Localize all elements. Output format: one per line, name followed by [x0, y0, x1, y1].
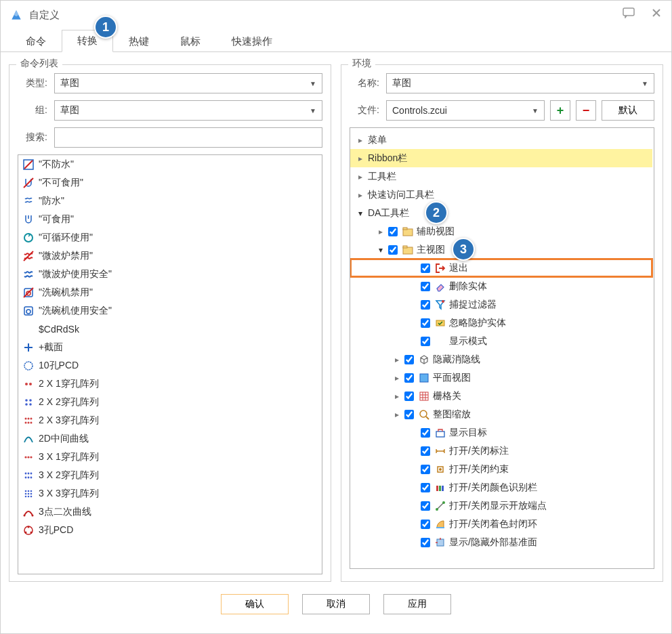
tree-item[interactable]: 显示模式 [350, 332, 652, 350]
search-input[interactable] [54, 127, 322, 148]
list-item[interactable]: "不可食用" [18, 173, 320, 192]
tree-checkbox[interactable] [404, 373, 414, 383]
tree-checkbox[interactable] [388, 245, 398, 255]
chevron-right-icon[interactable]: ▸ [356, 154, 365, 163]
annotation-3: 3 [452, 238, 475, 261]
tree-item[interactable]: 删除实体 [350, 277, 652, 295]
conic-icon [22, 506, 35, 518]
command-list[interactable]: "不防水""不可食用""防水""可食用""可循环使用""微波炉禁用""微波炉使用… [18, 154, 322, 574]
tree-item[interactable]: ▸快速访问工具栏 [350, 186, 652, 204]
ok-button[interactable]: 确认 [221, 594, 289, 614]
remove-file-button[interactable]: − [576, 100, 596, 121]
tree-checkbox[interactable] [421, 300, 430, 310]
tree-item[interactable]: ▸工具栏 [350, 167, 652, 186]
tree-item[interactable]: 打开/关闭约束 [350, 460, 652, 478]
list-item[interactable]: 2D中间曲线 [18, 429, 320, 448]
plus-section-icon [22, 341, 35, 354]
list-item[interactable]: "可食用" [18, 210, 320, 228]
tree-checkbox[interactable] [421, 337, 430, 346]
list-item[interactable]: "微波炉使用安全" [18, 265, 320, 283]
svg-rect-64 [623, 8, 634, 16]
tree-checkbox[interactable] [421, 501, 430, 511]
name-select[interactable]: 草图▼ [386, 73, 654, 93]
tree-item[interactable]: 显示/隐藏外部基准面 [350, 533, 652, 551]
chevron-right-icon[interactable]: ▸ [392, 392, 402, 401]
list-item[interactable]: 2 X 1穿孔阵列 [18, 375, 320, 393]
tree-checkbox[interactable] [404, 355, 414, 364]
list-item[interactable]: "不防水" [18, 155, 320, 173]
chevron-right-icon[interactable]: ▸ [356, 172, 365, 182]
water-icon [22, 195, 35, 207]
type-select[interactable]: 草图▼ [54, 73, 322, 93]
list-item[interactable]: 10孔PCD [18, 356, 320, 375]
group-select[interactable]: 草图▼ [54, 100, 322, 121]
tree-item[interactable]: ▸整图缩放 [350, 405, 652, 423]
tree-checkbox[interactable] [388, 227, 398, 236]
list-item[interactable]: 3 X 2穿孔阵列 [18, 466, 320, 484]
tree-item[interactable]: 退出 [350, 259, 652, 277]
tree-item-label: 显示目标 [449, 427, 487, 439]
chevron-down-icon[interactable]: ▾ [376, 245, 385, 255]
cancel-button[interactable]: 取消 [302, 594, 370, 614]
chevron-right-icon[interactable]: ▸ [392, 355, 402, 364]
tree-item[interactable]: ▾DA工具栏2 [350, 204, 652, 222]
add-file-button[interactable]: + [550, 100, 570, 121]
chevron-right-icon[interactable]: ▸ [392, 410, 402, 419]
tree-checkbox[interactable] [421, 446, 430, 456]
tab-quickactions[interactable]: 快速操作 [216, 30, 288, 52]
list-item-label: 2D中间曲线 [39, 433, 89, 445]
tab-commands[interactable]: 命令 [10, 30, 62, 52]
tree-item[interactable]: 捕捉过滤器 [350, 295, 652, 314]
list-item[interactable]: "防水" [18, 192, 320, 210]
tree-item[interactable]: ▸隐藏消隐线 [350, 350, 652, 368]
list-item[interactable]: "洗碗机使用安全" [18, 301, 320, 320]
tree-item[interactable]: ▸菜单 [350, 131, 652, 149]
tree-checkbox[interactable] [421, 428, 430, 438]
list-item[interactable]: 3 X 3穿孔阵列 [18, 484, 320, 503]
tree-checkbox[interactable] [421, 538, 430, 547]
tree-checkbox[interactable] [404, 392, 414, 401]
tree-item[interactable]: ▸Ribbon栏 [350, 149, 652, 167]
list-item[interactable]: 3 X 1穿孔阵列 [18, 448, 320, 466]
chevron-right-icon[interactable]: ▸ [356, 135, 365, 145]
tree-item[interactable]: 打开/关闭标注 [350, 442, 652, 460]
chevron-down-icon[interactable]: ▾ [356, 209, 365, 218]
tree-checkbox[interactable] [404, 410, 414, 419]
list-item[interactable]: +截面 [18, 338, 320, 356]
list-item[interactable]: 3点二次曲线 [18, 503, 320, 521]
file-select[interactable]: Controls.zcui▼ [386, 100, 545, 121]
chevron-right-icon[interactable]: ▸ [392, 373, 402, 383]
tree-checkbox[interactable] [421, 520, 430, 529]
tree-checkbox[interactable] [421, 318, 430, 328]
apply-button[interactable]: 应用 [383, 594, 451, 614]
close-icon[interactable] [651, 7, 662, 20]
tree-checkbox[interactable] [421, 465, 430, 474]
chevron-right-icon[interactable]: ▸ [376, 227, 385, 236]
chevron-right-icon[interactable]: ▸ [356, 190, 365, 200]
tree-item[interactable]: ▾主视图3 [350, 240, 652, 259]
tree-checkbox[interactable] [421, 483, 430, 492]
list-item[interactable]: 2 X 3穿孔阵列 [18, 411, 320, 429]
list-item[interactable]: "可循环使用" [18, 228, 320, 247]
tree-checkbox[interactable] [421, 282, 430, 291]
tree-item[interactable]: ▸辅助视图 [350, 222, 652, 240]
tree-item[interactable]: 显示目标 [350, 423, 652, 442]
tree-item[interactable]: ▸栅格关 [350, 387, 652, 405]
list-item[interactable]: "洗碗机禁用" [18, 283, 320, 301]
list-item[interactable]: "微波炉禁用" [18, 247, 320, 265]
list-item[interactable]: 2 X 2穿孔阵列 [18, 393, 320, 411]
tree-item[interactable]: 打开/关闭显示开放端点 [350, 496, 652, 515]
tree-item[interactable]: 打开/关闭着色封闭环 [350, 515, 652, 533]
default-button[interactable]: 默认 [602, 100, 654, 121]
environment-tree[interactable]: ▸菜单▸Ribbon栏▸工具栏▸快速访问工具栏▾DA工具栏2▸辅助视图▾主视图3… [350, 127, 654, 569]
feedback-icon[interactable] [623, 7, 635, 20]
tree-item-label: 打开/关闭标注 [449, 445, 509, 457]
tree-item[interactable]: ▸平面视图 [350, 368, 652, 387]
tab-mouse[interactable]: 鼠标 [165, 30, 216, 52]
list-item[interactable]: 3孔PCD [18, 521, 320, 539]
tree-item[interactable]: 忽略隐护实体 [350, 314, 652, 332]
tree-item[interactable]: 打开/关闭颜色识别栏 [350, 478, 652, 496]
tree-checkbox[interactable] [421, 263, 430, 273]
list-item[interactable]: $CdRdSk [18, 320, 320, 338]
tab-hotkeys[interactable]: 热键 [113, 30, 165, 52]
